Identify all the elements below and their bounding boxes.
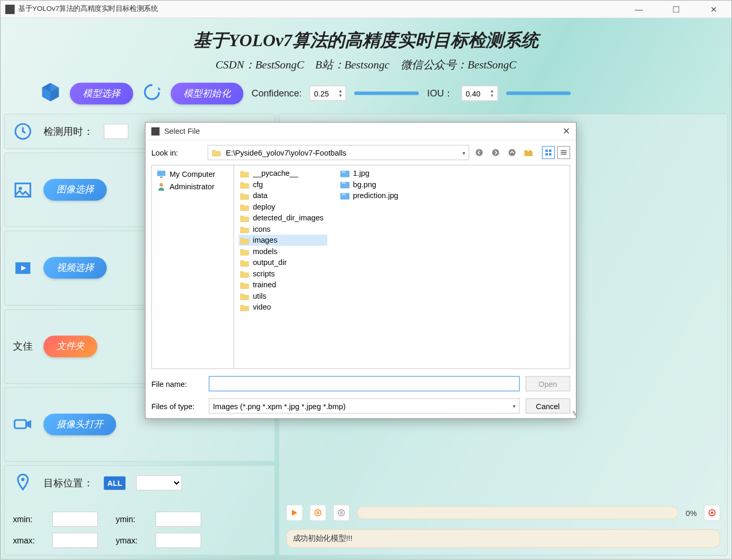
folder-item[interactable]: detected_dir_images <box>238 213 327 223</box>
dialog-icon <box>151 127 160 135</box>
close-button[interactable]: ✕ <box>701 1 727 18</box>
dialog-title: Select File <box>164 127 200 135</box>
lookin-dropdown[interactable]: E:\Pyside6_yolov7\yolov7-Footballs ▾ <box>208 145 470 160</box>
image-item[interactable]: JPG1.jpg <box>339 168 402 179</box>
iou-input[interactable]: ▲▼ <box>461 86 498 101</box>
svg-rect-8 <box>317 511 317 514</box>
iou-value[interactable] <box>462 89 488 97</box>
header-panel: 基于YOLOv7算法的高精度实时目标检测系统 CSDN：BestSongC B站… <box>4 22 728 73</box>
target-select[interactable] <box>136 475 182 490</box>
image-item[interactable]: JPGbg.png <box>339 179 402 190</box>
folder-item[interactable]: output_dir <box>238 257 327 268</box>
page-title: 基于YOLOv7算法的高精度实时目标检测系统 <box>4 29 728 52</box>
svg-point-7 <box>315 510 321 516</box>
folder-item[interactable]: __pycache__ <box>238 168 327 179</box>
iou-label: IOU： <box>427 87 453 100</box>
folder-button[interactable]: 文件夹 <box>44 335 97 357</box>
status-message: 成功初始化模型!!! <box>286 529 720 548</box>
confidence-input[interactable]: ▲▼ <box>310 86 346 101</box>
ymax-input[interactable] <box>155 533 201 548</box>
file-tree[interactable]: My Computer Administrator <box>152 165 234 368</box>
up-icon[interactable] <box>507 147 517 158</box>
target-position-cell: 目标位置： ALL xmin: ymin: xmax: ymax: <box>4 465 275 555</box>
spin-up-icon[interactable]: ▲ <box>488 89 496 93</box>
new-folder-icon[interactable] <box>523 147 533 158</box>
filetype-dropdown[interactable]: Images (*.png *.xpm *.jpg *.jpeg *.bmp) … <box>209 398 520 413</box>
progress-bar[interactable] <box>357 506 679 519</box>
folder-item[interactable]: icons <box>238 223 327 234</box>
stop-button[interactable] <box>333 505 350 521</box>
tree-administrator[interactable]: Administrator <box>156 180 230 193</box>
svg-point-16 <box>492 149 499 156</box>
svg-rect-12 <box>342 511 342 514</box>
window-title: 基于YOLOv7算法的高精度实时目标检测系统 <box>18 4 626 14</box>
svg-rect-25 <box>157 171 165 176</box>
lookin-label: Look in: <box>151 148 203 157</box>
image-select-button[interactable]: 图像选择 <box>44 179 107 201</box>
app-icon <box>5 4 15 13</box>
clock-icon <box>13 121 33 141</box>
folder-item[interactable]: scripts <box>238 268 327 279</box>
video-icon <box>13 258 33 278</box>
spin-down-icon[interactable]: ▼ <box>336 93 345 98</box>
folder-item[interactable]: video <box>238 302 327 313</box>
iou-slider[interactable] <box>506 91 570 95</box>
image-item[interactable]: JPGprediction.jpg <box>339 190 402 201</box>
folder-item[interactable]: deploy <box>238 201 327 212</box>
filename-label: File name: <box>151 379 203 388</box>
window-titlebar: 基于YOLOv7算法的高精度实时目标检测系统 — ☐ ✕ <box>1 1 731 18</box>
grid-view-icon[interactable] <box>542 146 555 159</box>
svg-rect-11 <box>340 511 341 514</box>
folder-item[interactable]: trained <box>238 279 327 290</box>
svg-rect-9 <box>318 511 319 514</box>
svg-rect-22 <box>561 150 567 151</box>
all-badge: ALL <box>104 476 125 489</box>
confidence-slider[interactable] <box>355 91 419 95</box>
cancel-button[interactable]: Cancel <box>526 398 570 413</box>
forward-icon[interactable] <box>490 147 501 158</box>
maximize-button[interactable]: ☐ <box>664 1 689 18</box>
ymin-label: ymin: <box>116 514 137 524</box>
svg-point-0 <box>145 85 159 99</box>
svg-rect-20 <box>545 153 548 156</box>
xmin-input[interactable] <box>52 512 98 527</box>
spin-down-icon[interactable]: ▼ <box>488 93 496 98</box>
folder-item[interactable]: data <box>238 190 327 201</box>
svg-point-27 <box>160 183 163 187</box>
transport-bar: 0% <box>279 499 727 527</box>
file-list[interactable]: __pycache__cfgdatadeploydetected_dir_ima… <box>234 165 569 368</box>
lookin-path: E:\Pyside6_yolov7\yolov7-Footballs <box>226 148 346 157</box>
dialog-close-button[interactable]: ✕ <box>562 125 570 136</box>
xmax-input[interactable] <box>52 533 98 548</box>
svg-rect-26 <box>160 176 163 177</box>
ymin-input[interactable] <box>155 512 201 527</box>
back-icon[interactable] <box>474 147 484 158</box>
wenjia-label: 文佳 <box>13 340 33 353</box>
svg-point-17 <box>509 149 516 156</box>
dialog-titlebar: Select File ✕ <box>146 122 576 140</box>
model-select-button[interactable]: 模型选择 <box>70 82 133 104</box>
spin-up-icon[interactable]: ▲ <box>336 89 345 93</box>
svg-rect-21 <box>549 153 552 156</box>
folder-item[interactable]: utils <box>238 290 327 301</box>
minimize-button[interactable]: — <box>626 1 652 18</box>
folder-item[interactable]: cfg <box>238 179 327 190</box>
folder-item[interactable]: models <box>238 246 327 257</box>
svg-rect-23 <box>561 152 567 153</box>
confidence-value[interactable] <box>311 89 336 97</box>
open-button[interactable]: Open <box>526 376 570 391</box>
image-icon <box>13 180 33 200</box>
record-button[interactable] <box>704 505 721 521</box>
play-button[interactable] <box>286 505 303 521</box>
chevron-down-icon: ▾ <box>462 149 466 156</box>
folder-item[interactable]: images <box>238 235 327 246</box>
pause-button[interactable] <box>309 505 326 521</box>
camera-open-button[interactable]: 摄像头打开 <box>44 413 116 435</box>
camera-icon <box>13 414 33 434</box>
model-init-button[interactable]: 模型初始化 <box>171 82 243 104</box>
tree-my-computer[interactable]: My Computer <box>156 168 230 180</box>
video-select-button[interactable]: 视频选择 <box>44 257 107 279</box>
ymax-label: ymax: <box>116 536 137 545</box>
list-view-icon[interactable] <box>557 146 570 159</box>
filename-input[interactable] <box>209 376 520 391</box>
